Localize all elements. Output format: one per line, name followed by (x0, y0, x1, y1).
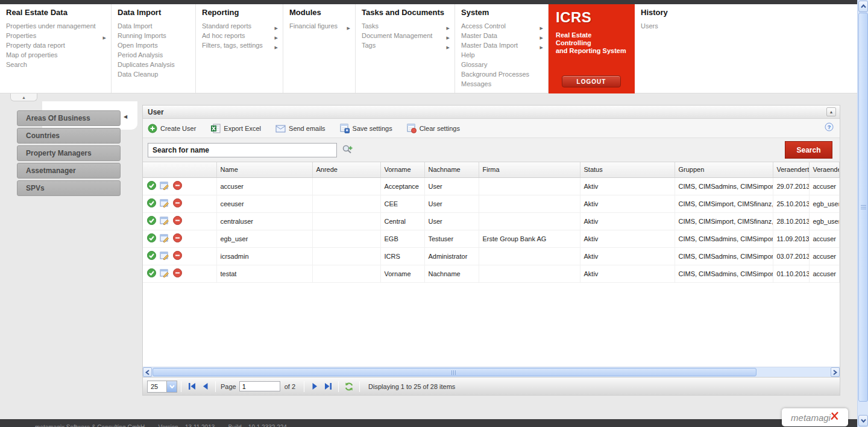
deactivate-user-icon[interactable] (173, 198, 182, 209)
user-active-icon[interactable] (147, 198, 156, 209)
menu-item-data-cleanup[interactable]: Data Cleanup (118, 69, 195, 79)
menu-item-label: Background Processes (461, 71, 529, 78)
edit-user-icon[interactable] (160, 216, 169, 226)
user-active-icon[interactable] (147, 233, 156, 244)
first-page-button[interactable] (185, 381, 198, 393)
menu-item-standard-reports[interactable]: Standard reports▶ (202, 21, 283, 31)
sidebar-item-property-managers[interactable]: Property Managers (17, 145, 121, 161)
menu-item-map-of-properties[interactable]: Map of properties (6, 50, 111, 60)
column-header-firma[interactable]: Firma (479, 162, 580, 177)
vertical-scrollbar[interactable] (857, 0, 868, 427)
cell-gruppen: CIMS, CIMSadmins, CIMSimport, C (675, 265, 773, 282)
page-size-select[interactable]: 25 (147, 381, 177, 393)
menu-item-messages[interactable]: Messages (461, 79, 548, 89)
user-active-icon[interactable] (147, 268, 156, 279)
menu-item-master-data-import[interactable]: Master Data Import▶ (461, 40, 548, 50)
menu-item-tasks[interactable]: Tasks▶ (362, 21, 454, 31)
pager-separator (215, 381, 216, 392)
column-header-anrede[interactable]: Anrede (312, 162, 380, 177)
user-active-icon[interactable] (147, 216, 156, 226)
column-header-vorname[interactable]: Vorname (380, 162, 424, 177)
scroll-down-button[interactable] (858, 415, 868, 426)
table-row[interactable]: centraluser Central User Aktiv CIMS, CIM… (143, 212, 840, 230)
help-button[interactable]: ? (825, 122, 834, 134)
deactivate-user-icon[interactable] (173, 268, 182, 279)
refresh-button[interactable] (342, 381, 356, 393)
column-header-gruppen[interactable]: Gruppen (675, 162, 773, 177)
menu-item-users[interactable]: Users (641, 21, 857, 31)
column-header-status[interactable]: Status (580, 162, 675, 177)
send-emails-button[interactable]: Send emails (275, 124, 326, 133)
table-row[interactable]: accuser Acceptance User Aktiv CIMS, CIMS… (143, 177, 840, 195)
advanced-search-icon[interactable] (342, 144, 353, 156)
menu-item-properties[interactable]: Properties▶ (6, 31, 111, 40)
menu-item-duplicates-analysis[interactable]: Duplicates Analysis (118, 60, 195, 69)
export-excel-button[interactable]: Export Excel (210, 124, 261, 133)
edit-user-icon[interactable] (160, 233, 169, 244)
menu-item-financial-figures[interactable]: Financial figures▶ (289, 21, 355, 31)
menu-item-help[interactable]: Help (461, 50, 548, 60)
menu-item-open-imports[interactable]: Open Imports (118, 40, 195, 50)
menu-item-period-analysis[interactable]: Period Analysis (118, 50, 195, 60)
search-input[interactable] (148, 143, 337, 157)
menu-item-glossary[interactable]: Glossary (461, 60, 548, 69)
edit-user-icon[interactable] (160, 181, 169, 191)
menu-collapse-tab[interactable]: ▲ (10, 93, 37, 101)
table-row[interactable]: icrsadmin ICRS Administrator Aktiv CIMS,… (143, 247, 840, 265)
column-header-nachname[interactable]: Nachname (424, 162, 479, 177)
logo-text: metamagi (791, 413, 831, 423)
search-button[interactable]: Search (785, 141, 832, 159)
user-active-icon[interactable] (147, 181, 156, 191)
last-page-button[interactable] (321, 381, 335, 393)
menu-item-master-data[interactable]: Master Data▶ (461, 31, 548, 40)
table-row[interactable]: egb_user EGB Testuser Erste Group Bank A… (143, 230, 840, 247)
menu-item-label: Filters, tags, settings (202, 42, 263, 49)
column-header-veraendert-von[interactable]: Veraendert von (809, 162, 840, 177)
deactivate-user-icon[interactable] (173, 233, 182, 244)
sidebar-item-assetmanager[interactable]: Assetmanager (17, 163, 121, 179)
deactivate-user-icon[interactable] (173, 251, 182, 261)
menu-item-data-import[interactable]: Data Import (118, 21, 195, 31)
table-row[interactable]: testat Vorname Nachname Aktiv CIMS, CIMS… (143, 265, 840, 282)
cell-name: centraluser (216, 212, 312, 230)
column-header-name[interactable]: Name (216, 162, 312, 177)
menu-item-ad-hoc-reports[interactable]: Ad hoc reports▶ (202, 31, 283, 40)
page-number-input[interactable] (239, 381, 280, 391)
column-header-veraendert[interactable]: Veraendert (773, 162, 809, 177)
vscroll-thumb[interactable] (858, 13, 868, 402)
scroll-right-button[interactable] (831, 367, 840, 377)
deactivate-user-icon[interactable] (173, 181, 182, 191)
horizontal-scrollbar[interactable] (143, 367, 840, 377)
deactivate-user-icon[interactable] (173, 216, 182, 226)
menu-item-access-control[interactable]: Access Control▶ (461, 21, 548, 31)
menu-item-running-imports[interactable]: Running Imports (118, 31, 195, 40)
cell-firma (479, 195, 580, 212)
save-settings-button[interactable]: Save settings (340, 124, 392, 133)
menu-item-tags[interactable]: Tags▶ (362, 40, 454, 50)
sidebar-item-areas-of-business[interactable]: Areas Of Business (17, 110, 121, 126)
hscroll-thumb[interactable] (153, 368, 756, 376)
prev-page-button[interactable] (198, 381, 212, 393)
menu-item-properties-under-management[interactable]: Properties under management (6, 21, 111, 31)
menu-item-background-processes[interactable]: Background Processes (461, 69, 548, 79)
next-page-button[interactable] (308, 381, 321, 393)
menu-item-filters-tags-settings[interactable]: Filters, tags, settings▶ (202, 40, 283, 50)
clear-settings-button[interactable]: Clear settings (407, 124, 460, 133)
email-icon (275, 124, 286, 133)
sidebar-item-countries[interactable]: Countries (17, 128, 121, 144)
sidebar-expand-arrow-icon[interactable]: ◀ (124, 114, 127, 119)
edit-user-icon[interactable] (160, 198, 169, 209)
logout-button[interactable]: LOGOUT (562, 75, 621, 87)
panel-collapse-button[interactable]: ▲ (826, 107, 836, 116)
scroll-up-button[interactable] (858, 1, 868, 12)
menu-item-document-management[interactable]: Document Management▶ (362, 31, 454, 40)
scroll-left-button[interactable] (143, 367, 152, 377)
create-user-button[interactable]: Create User (148, 124, 196, 133)
user-active-icon[interactable] (147, 251, 156, 261)
edit-user-icon[interactable] (160, 251, 169, 261)
edit-user-icon[interactable] (160, 268, 169, 279)
table-row[interactable]: ceeuser CEE User Aktiv CIMS, CIMSimport,… (143, 195, 840, 212)
menu-item-property-data-report[interactable]: Property data report (6, 40, 111, 50)
sidebar-item-spvs[interactable]: SPVs (17, 180, 121, 196)
menu-item-search[interactable]: Search (6, 60, 111, 69)
